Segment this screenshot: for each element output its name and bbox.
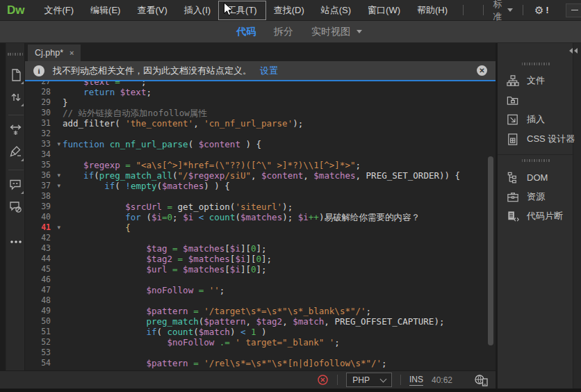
code-editor[interactable]: 27 $text = ' ';28 return $text;29}30// 站…: [25, 81, 496, 370]
code-line-29[interactable]: 29}: [25, 97, 496, 108]
document-tab[interactable]: Cj.php* ×: [28, 44, 81, 61]
menu-item-2[interactable]: 查看(V): [129, 1, 175, 19]
tab-close-icon[interactable]: ×: [69, 49, 74, 57]
menu-item-6[interactable]: 站点(S): [313, 1, 359, 19]
window-controls: ✕: [566, 3, 581, 17]
code-line-50[interactable]: 50 preg_match($pattern, $tag2, $match, P…: [25, 316, 496, 327]
code-line-40[interactable]: 40 for ($i=0; $i < count($matches); $i++…: [25, 212, 496, 222]
code-text: $tag = $matches[$i][0];: [63, 243, 267, 254]
files-panel-icon: [506, 74, 520, 88]
minimize-button[interactable]: [566, 3, 581, 17]
code-line-31[interactable]: 31add_filter( 'the_content', 'cn_nf_url_…: [25, 118, 496, 129]
flyout-corner-icon: [21, 104, 24, 106]
menu-item-8[interactable]: 帮助(H): [409, 1, 456, 19]
panel-button-DOM[interactable]: DOM: [498, 168, 574, 187]
error-indicator-icon[interactable]: [317, 374, 329, 386]
code-line-51[interactable]: 51 if( count($match) < 1 ): [25, 327, 496, 337]
view-toolbar: 代码 拆分 实时视图: [0, 21, 581, 43]
code-line-54[interactable]: 54 $pattern = '/rel\s*=\s*"\s*[n|d]ofoll…: [25, 358, 496, 368]
code-text: $regexp = "<a\s[^>]*href=(\"??)([^\" >]*…: [63, 160, 361, 170]
code-line-30[interactable]: 30// 站外链接自动添加nofollow属性: [25, 108, 496, 118]
remove-comment-button[interactable]: [8, 200, 24, 217]
flyout-corner-icon: [21, 81, 24, 84]
line-number: 42: [25, 233, 63, 243]
code-line-34[interactable]: 34: [25, 149, 496, 160]
code-line-37[interactable]: 37▾ if( !empty($matches) ) {: [25, 181, 496, 191]
panel-button-文件[interactable]: 文件: [498, 71, 574, 90]
editor-vertical-scrollbar[interactable]: [487, 81, 495, 370]
code-line-28[interactable]: 28 return $text;: [25, 87, 496, 97]
panel-edge[interactable]: [0, 43, 6, 370]
code-line-43[interactable]: 43 $tag = $matches[$i][0];: [25, 243, 496, 254]
code-line-53[interactable]: 53: [25, 348, 496, 358]
panel-button-代码片断[interactable]: 代码片断: [498, 206, 574, 226]
code-line-48[interactable]: 48: [25, 295, 496, 306]
file-management-button[interactable]: [8, 90, 24, 107]
settings-button[interactable]: ⚙!: [530, 4, 553, 17]
code-line-44[interactable]: 44 $tag2 = $matches[$i][0];: [25, 254, 496, 264]
expand-panels-button[interactable]: [569, 48, 578, 54]
code-text: {: [63, 222, 131, 233]
site-setup-link[interactable]: 设置: [260, 65, 278, 77]
code-text: add_filter( 'the_content', 'cn_nf_url_pa…: [63, 118, 303, 129]
code-line-49[interactable]: 49 $pattern = '/target\s*=\s*"\s*_blank\…: [25, 306, 496, 316]
line-number: 36▾: [25, 170, 63, 181]
code-line-42[interactable]: 42: [25, 233, 496, 243]
info-icon: i: [33, 65, 44, 76]
assets-panel-icon: [506, 190, 520, 204]
panel-button-插入[interactable]: 插入: [498, 110, 574, 129]
fold-arrow-icon[interactable]: ▾: [57, 181, 60, 191]
menu-item-4[interactable]: 工具(T): [219, 1, 265, 19]
workspace-switcher[interactable]: 标准: [490, 0, 516, 23]
fold-arrow-icon[interactable]: ▾: [57, 222, 60, 233]
menu-item-0[interactable]: 文件(F): [36, 1, 83, 19]
code-line-27[interactable]: 27 $text = ' ';: [25, 81, 496, 87]
panel-button-extract[interactable]: [498, 90, 574, 110]
code-line-47[interactable]: 47 $noFollow = '';: [25, 285, 496, 295]
line-number: 28: [25, 87, 63, 97]
fold-arrow-icon[interactable]: ▾: [57, 170, 60, 181]
code-text: $noFollow .= ' target="_blank" ';: [63, 337, 340, 348]
code-line-41[interactable]: 41▾ {: [25, 222, 496, 233]
more-options-button[interactable]: [8, 235, 24, 252]
format-source-button[interactable]: [8, 145, 24, 162]
code-text: $noFollow = '';: [63, 285, 224, 295]
code-text: $pattern = '/rel\s*=\s*"\s*[n|d]ofollow\…: [63, 358, 387, 368]
line-number: 35: [25, 160, 63, 170]
info-close-button[interactable]: ✕: [477, 65, 487, 76]
code-line-46[interactable]: 46: [25, 275, 496, 285]
open-documents-button[interactable]: [8, 68, 24, 85]
collapse-tag-button[interactable]: [8, 123, 24, 140]
menu-item-5[interactable]: 查找(D): [265, 1, 313, 19]
code-line-35[interactable]: 35 $regexp = "<a\s[^>]*href=(\"??)([^\" …: [25, 160, 496, 170]
fold-arrow-icon[interactable]: ▾: [57, 139, 60, 149]
line-number: 33▾: [25, 139, 63, 149]
panel-drag-handle[interactable]: [8, 53, 24, 56]
code-text: $tag2 = $matches[$i][0];: [63, 254, 272, 264]
menu-item-1[interactable]: 编辑(E): [82, 1, 129, 19]
insert-panel-icon: [506, 113, 520, 126]
realtime-preview-icon[interactable]: [473, 374, 489, 386]
language-selector[interactable]: PHP: [346, 373, 392, 387]
tab-split-view[interactable]: 拆分: [274, 26, 293, 38]
apply-comment-button[interactable]: [8, 178, 24, 195]
panel-drag-handle[interactable]: [522, 159, 550, 162]
code-text: // 站外链接自动添加nofollow属性: [63, 108, 207, 118]
panel-drag-handle[interactable]: [522, 63, 550, 65]
code-line-52[interactable]: 52 $noFollow .= ' target="_blank" ';: [25, 337, 496, 348]
code-line-32[interactable]: 32: [25, 129, 496, 139]
code-line-36[interactable]: 36▾ if(preg_match_all("/$regexp/siU", $c…: [25, 170, 496, 181]
insert-mode-toggle[interactable]: INS: [409, 375, 423, 386]
code-line-38[interactable]: 38: [25, 191, 496, 202]
panel-button-CSS 设计器[interactable]: CSS 设计器: [498, 129, 574, 149]
menu-item-7[interactable]: 窗口(W): [359, 1, 409, 19]
code-line-33[interactable]: 33▾function cn_nf_url_parse( $content ) …: [25, 139, 496, 149]
tab-code-view[interactable]: 代码: [236, 26, 256, 38]
code-line-45[interactable]: 45 $url = $matches[$i][0];: [25, 264, 496, 275]
menu-item-3[interactable]: 插入(I): [176, 1, 219, 19]
code-line-39[interactable]: 39 $srcUrl = get_option('siteurl');: [25, 202, 496, 212]
window-bottom-edge: [0, 389, 581, 392]
panel-button-资源[interactable]: 资源: [498, 187, 574, 206]
tab-live-view[interactable]: 实时视图: [311, 26, 362, 38]
scrollbar-thumb[interactable]: [488, 156, 493, 345]
